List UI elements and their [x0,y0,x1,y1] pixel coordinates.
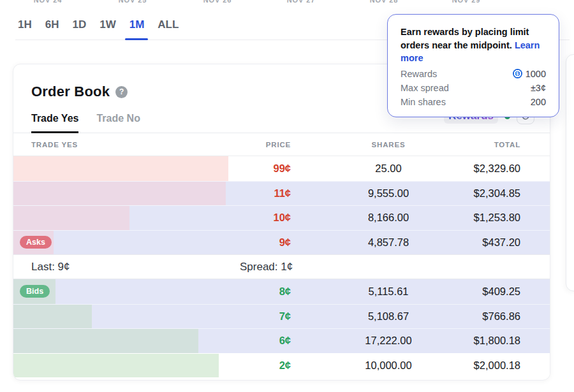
x-axis-date: NOV 28 [362,0,406,4]
bid-shares: 17,222.00 [325,335,452,347]
ask-row[interactable]: 10¢ 8,166.00 $1,253.80 [13,205,550,230]
x-axis-date: NOV 27 [279,0,323,4]
bid-price: 2¢ [202,359,291,372]
column-header-trade-yes: TRADE YES [13,141,202,149]
ask-shares: 4,857.78 [325,236,452,249]
side-panel-edge [566,54,574,291]
time-range-1w[interactable]: 1W [99,18,116,31]
ask-total: $1,253.80 [452,212,550,224]
x-axis-date: NOV 25 [110,0,155,4]
time-range-1h[interactable]: 1H [18,18,32,31]
ask-row[interactable]: Asks 9¢ 4,857.78 $437.20 [13,230,550,255]
rewards-tooltip: Earn rewards by placing limit orders nea… [387,14,559,117]
bid-shares: 5,115.61 [325,286,452,298]
ask-total: $2,304.85 [452,187,550,200]
time-range-1m[interactable]: 1M [129,18,145,31]
column-header-total: TOTAL [452,141,550,149]
tooltip-message: Earn rewards by placing limit orders nea… [401,25,546,65]
bid-price: 6¢ [202,335,291,347]
time-range-all[interactable]: ALL [158,18,179,31]
x-axis-date: NOV 29 [444,0,489,4]
bid-row[interactable]: 2¢ 10,000.00 $2,000.18 [13,353,550,378]
ask-shares: 8,166.00 [325,212,452,224]
order-book-column-headers: TRADE YES PRICE SHARES TOTAL [13,133,550,156]
bid-shares: 5,108.67 [325,310,452,323]
order-book-title: Order Book [31,83,110,100]
column-header-price: PRICE [202,141,291,149]
tooltip-stat-min-shares: Min shares 200 [401,97,546,107]
tooltip-stat-rewards: Rewards $1000 [401,69,546,79]
bid-row[interactable]: 7¢ 5,108.67 $766.86 [13,304,550,329]
asks-label-pill: Asks [20,236,52,249]
bid-row[interactable]: 6¢ 17,222.00 $1,800.18 [13,328,550,353]
column-header-shares: SHARES [325,141,452,149]
tooltip-stat-max-spread: Max spread ±3¢ [401,83,546,93]
time-range-selector: 1H 6H 1D 1W 1M ALL [18,18,179,31]
bid-total: $766.86 [452,310,550,323]
bid-price: 8¢ [202,286,291,298]
ask-row[interactable]: 11¢ 9,555.00 $2,304.85 [13,181,550,206]
bid-row[interactable]: Bids 8¢ 5,115.61 $409.25 [13,279,550,304]
ask-price: 11¢ [202,187,291,200]
last-price-label: Last: 9¢ [31,261,70,273]
tab-trade-yes[interactable]: Trade Yes [31,113,78,133]
ask-price: 99¢ [202,163,291,175]
bid-total: $409.25 [452,286,550,298]
bid-total: $2,000.18 [452,359,550,372]
last-spread-row: Last: 9¢ Spread: 1¢ [13,254,550,279]
ask-price: 9¢ [202,236,291,249]
ask-price: 10¢ [202,212,291,224]
bid-shares: 10,000.00 [325,359,452,372]
help-icon[interactable]: ? [115,86,128,98]
ask-row[interactable]: 99¢ 25.00 $2,329.60 [13,156,550,181]
bid-total: $1,800.18 [452,335,550,347]
ask-shares: 25.00 [325,163,452,175]
time-range-active-underline [125,38,148,40]
coin-icon: $ [513,69,522,78]
time-range-6h[interactable]: 6H [45,18,59,31]
bid-price: 7¢ [202,310,291,323]
spread-label: Spread: 1¢ [240,261,293,273]
time-range-1d[interactable]: 1D [72,18,86,31]
bids-label-pill: Bids [20,285,50,298]
ask-shares: 9,555.00 [325,187,452,200]
x-axis-date: NOV 24 [26,0,70,4]
ask-total: $2,329.60 [452,163,550,175]
tab-trade-no[interactable]: Trade No [96,113,140,133]
ask-total: $437.20 [452,236,550,249]
x-axis-date: NOV 26 [195,0,240,4]
